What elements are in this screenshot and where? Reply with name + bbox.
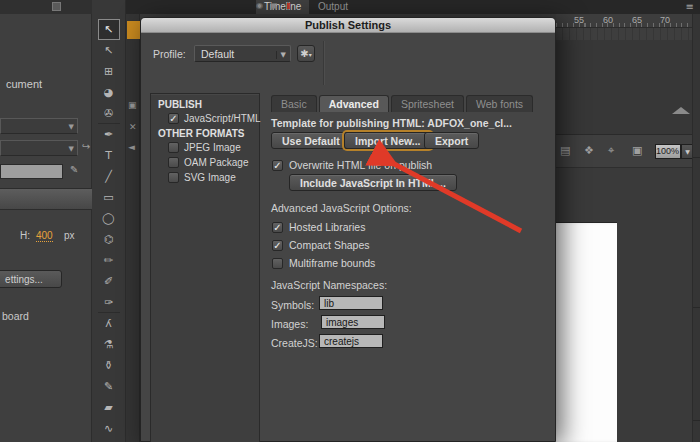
format-jpeg-image[interactable]: JPEG Image xyxy=(168,142,259,153)
symbols-input[interactable] xyxy=(319,296,383,310)
publish-settings-button-fragment[interactable]: ettings... xyxy=(0,270,62,288)
multiframe-bounds-option[interactable]: Multiframe bounds xyxy=(272,257,375,269)
paint-brush-tool[interactable]: ✑ xyxy=(98,292,120,313)
createjs-input[interactable] xyxy=(319,334,383,348)
height-value[interactable]: 400 xyxy=(36,230,53,242)
chevron-down-icon: ▾ xyxy=(309,51,312,58)
profile-options-button[interactable]: ✱▾ xyxy=(297,45,315,62)
checkbox-checked[interactable]: ✓ xyxy=(272,222,283,233)
export-button[interactable]: Export xyxy=(424,132,479,149)
createjs-label: CreateJS: xyxy=(271,337,318,349)
option-label: Hosted Libraries xyxy=(289,221,365,233)
eraser-tool[interactable]: ▰ xyxy=(98,397,120,418)
tab-basic[interactable]: Basic xyxy=(271,95,317,112)
library-panel-icon[interactable]: ▣ xyxy=(128,100,137,110)
tab-web-fonts[interactable]: Web fonts xyxy=(466,95,533,112)
document-label-fragment: cument xyxy=(6,78,42,90)
edit-symbol-icon[interactable]: ❖ xyxy=(584,144,594,157)
refresh-icon[interactable]: ↪ xyxy=(82,141,90,152)
dialog-title[interactable]: Publish Settings xyxy=(141,18,555,33)
class-field[interactable] xyxy=(0,164,63,179)
center-stage-icon[interactable]: ⌖ xyxy=(608,144,614,157)
paint-bucket-tool[interactable]: ⚗ xyxy=(98,334,120,355)
pencil-edit-icon[interactable]: ✎ xyxy=(70,164,78,175)
right-panel-edge xyxy=(692,14,700,442)
line-tool[interactable]: ╱ xyxy=(98,166,120,187)
publish-target-dropdown[interactable]: ▼ xyxy=(0,118,78,134)
bone-tool[interactable]: ʎ xyxy=(98,313,120,334)
format-label: SVG Image xyxy=(184,172,236,183)
divider xyxy=(693,420,700,421)
panel-menu-icon[interactable]: ≡ xyxy=(686,1,694,12)
subselection-tool[interactable]: ↖ xyxy=(98,40,120,61)
stage-canvas[interactable] xyxy=(553,222,617,442)
include-javascript-button[interactable]: Include JavaScript In HTML... xyxy=(289,174,457,191)
onion-skin-range-icon[interactable] xyxy=(672,107,690,114)
profile-label: Profile: xyxy=(153,48,186,60)
dock-strip xyxy=(126,0,140,442)
use-default-button[interactable]: Use Default xyxy=(271,132,351,149)
format-label: JavaScript/HTML xyxy=(184,113,261,124)
pencil-tool[interactable]: ✏ xyxy=(98,250,120,271)
width-tool[interactable]: ∿ xyxy=(98,418,120,439)
advanced-options-header: Advanced JavaScript Options: xyxy=(271,202,412,214)
properties-panel: cument ▼ ▼ ↪ ✎ H: 400 px ettings... boar… xyxy=(0,0,92,442)
back-arrow-icon[interactable]: ◄ xyxy=(128,142,135,152)
lock-icon[interactable]: ▣ xyxy=(270,1,278,10)
chevron-down-icon: ▼ xyxy=(69,123,74,131)
pen-tool[interactable]: ✒ xyxy=(98,124,120,145)
rectangle-tool[interactable]: ▭ xyxy=(98,187,120,208)
settings-tabs: Basic Advanced Spritesheet Web fonts xyxy=(271,95,533,112)
overwrite-html-option[interactable]: ✓ Overwrite HTML file on publish xyxy=(272,159,432,171)
profile-dropdown[interactable]: Default ▼ xyxy=(194,45,291,62)
color-swatch[interactable] xyxy=(127,21,140,39)
tab-advanced[interactable]: Advanced xyxy=(319,95,389,112)
profile-value: Default xyxy=(201,48,234,60)
format-javascript-html[interactable]: ✓ JavaScript/HTML xyxy=(168,113,259,124)
checkbox-unchecked[interactable] xyxy=(168,172,179,183)
timeline-frame-ruler[interactable]: 55 60 65 70 xyxy=(556,14,692,28)
tab-output[interactable]: Output xyxy=(310,0,356,14)
divider xyxy=(323,41,325,85)
properties-panel-header xyxy=(0,0,92,14)
images-input[interactable] xyxy=(321,315,385,329)
zoom-level-field[interactable]: 100% xyxy=(655,144,681,159)
brush-tool[interactable]: ✐ xyxy=(98,271,120,292)
polystar-tool[interactable]: ⌬ xyxy=(98,229,120,250)
checkbox-checked[interactable]: ✓ xyxy=(272,160,283,171)
import-new-button[interactable]: Import New... xyxy=(344,132,432,149)
compact-shapes-option[interactable]: ✓ Compact Shapes xyxy=(272,239,370,251)
chevron-down-icon: ▼ xyxy=(69,145,74,153)
selection-tool[interactable]: ↖ xyxy=(98,19,120,40)
format-oam-package[interactable]: OAM Package xyxy=(168,157,259,168)
3d-rotation-tool[interactable]: ◕ xyxy=(98,82,120,103)
tab-timeline[interactable]: Timeline xyxy=(256,0,309,14)
checkbox-checked[interactable]: ✓ xyxy=(272,240,283,251)
flag-marker-icon: ▮ xyxy=(286,1,290,10)
clip-content-icon[interactable]: ▣ xyxy=(632,144,642,157)
checkbox-unchecked[interactable] xyxy=(168,157,179,168)
text-tool[interactable]: T xyxy=(98,145,120,166)
lasso-tool[interactable]: ✇ xyxy=(98,103,120,124)
option-label: Overwrite HTML file on publish xyxy=(289,159,432,171)
format-svg-image[interactable]: SVG Image xyxy=(168,172,259,183)
close-icon[interactable]: ✕ xyxy=(129,122,137,132)
chevron-down-icon: ▼ xyxy=(276,51,286,59)
checkbox-unchecked[interactable] xyxy=(168,142,179,153)
checkbox-checked[interactable]: ✓ xyxy=(168,113,179,124)
properties-section-header[interactable] xyxy=(0,188,92,210)
divider xyxy=(693,307,700,308)
tab-spritesheet[interactable]: Spritesheet xyxy=(391,95,464,112)
free-transform-tool[interactable]: ⊞ xyxy=(98,61,120,82)
other-formats-header: OTHER FORMATS xyxy=(158,128,259,139)
hosted-libraries-option[interactable]: ✓ Hosted Libraries xyxy=(272,221,365,233)
checkbox-unchecked[interactable] xyxy=(272,258,283,269)
eye-icon[interactable]: ◉ xyxy=(256,1,263,10)
tools-panel: ↖ ↖ ⊞ ◕ ✇ ✒ T ╱ ▭ ◯ ⌬ ✏ ✐ ✑ ʎ ⚗ ⚱ ✎ ▰ ∿ xyxy=(92,0,126,442)
eyedropper-tool[interactable]: ✎ xyxy=(98,376,120,397)
script-dropdown[interactable]: ▼ xyxy=(0,140,78,156)
timeline-track-area[interactable] xyxy=(556,28,692,135)
edit-scene-icon[interactable]: ▤ xyxy=(560,144,570,157)
ink-bottle-tool[interactable]: ⚱ xyxy=(98,355,120,376)
oval-tool[interactable]: ◯ xyxy=(98,208,120,229)
